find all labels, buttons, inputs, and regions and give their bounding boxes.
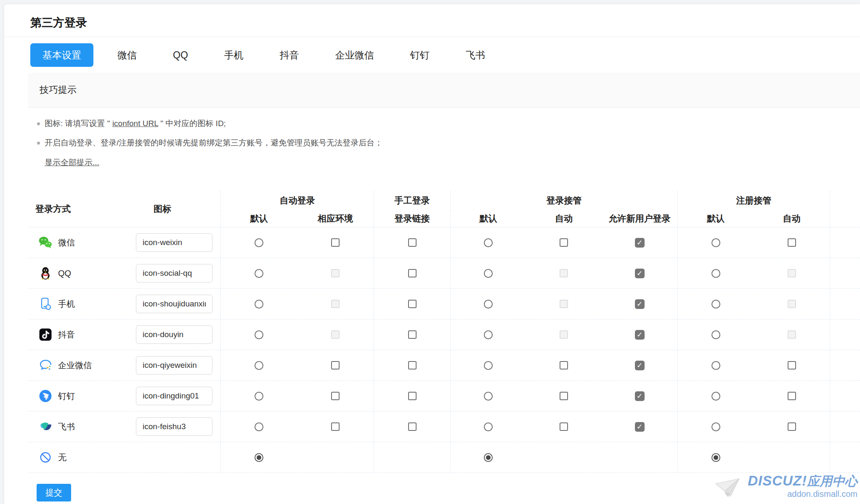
tip-item: 图标: 请填写设置 " iconfont URL " 中对应的图标 ID; [37, 119, 860, 129]
tab-dingtalk[interactable]: 钉钉 [398, 43, 442, 67]
register-takeover-default-radio[interactable] [711, 300, 720, 309]
register-takeover-auto-cell [754, 381, 830, 411]
tip-item: 开启自动登录、登录/注册接管的时候请先提前绑定第三方账号，避免管理员账号无法登录… [37, 138, 860, 148]
table-row-qq: QQ [28, 258, 860, 288]
sub-header-manual-login-link: 登录链接 [374, 210, 450, 227]
iconfont-url-link[interactable]: iconfont URL [112, 119, 158, 128]
tab-qq[interactable]: QQ [161, 43, 200, 67]
login-takeover-default-radio[interactable] [484, 238, 493, 247]
auto-login-env-checkbox [331, 300, 340, 308]
login-takeover-allow-new-cell [602, 381, 677, 411]
sub-header-register-takeover-default: 默认 [677, 210, 754, 227]
tips-panel-title: 技巧提示 [28, 73, 860, 108]
sub-header-login-takeover-allow-new: 允许新用户登录 [602, 210, 677, 227]
register-takeover-default-cell [677, 289, 754, 319]
auto-login-env-cell [297, 258, 374, 288]
auto-login-default-radio[interactable] [255, 392, 263, 401]
icon-id-input-phone[interactable] [136, 295, 212, 313]
login-takeover-default-radio[interactable] [484, 392, 493, 401]
tab-bar: 基本设置微信QQ手机抖音企业微信钉钉飞书 [30, 43, 860, 67]
auto-login-default-radio[interactable] [255, 361, 263, 370]
login-method-label: 企业微信 [58, 360, 92, 371]
manual-login-link-cell [374, 227, 450, 258]
submit-button[interactable]: 提交 [37, 484, 71, 501]
register-takeover-default-radio[interactable] [711, 422, 720, 431]
login-takeover-auto-cell [526, 442, 602, 472]
login-takeover-allow-new-checkbox [635, 238, 645, 248]
auto-login-env-checkbox[interactable] [331, 392, 340, 400]
auto-login-env-cell [297, 412, 374, 442]
manual-login-link-checkbox[interactable] [408, 392, 417, 400]
register-takeover-default-radio[interactable] [711, 361, 720, 370]
login-takeover-default-radio[interactable] [484, 269, 493, 278]
login-takeover-default-radio[interactable] [484, 330, 493, 339]
auto-login-default-radio[interactable] [255, 422, 263, 431]
login-takeover-auto-checkbox[interactable] [560, 392, 568, 400]
truncated-column-cell [830, 227, 860, 258]
icon-id-input-feishu[interactable] [136, 417, 212, 436]
login-takeover-auto-cell [526, 227, 602, 258]
sub-header-login-takeover-auto: 自动 [526, 210, 602, 227]
login-takeover-auto-checkbox [560, 269, 568, 277]
manual-login-link-checkbox[interactable] [408, 422, 417, 431]
login-takeover-allow-new-checkbox [635, 269, 645, 278]
manual-login-link-checkbox[interactable] [408, 330, 417, 339]
login-takeover-auto-checkbox[interactable] [560, 238, 568, 247]
register-takeover-auto-checkbox[interactable] [788, 392, 796, 400]
tab-basic-settings[interactable]: 基本设置 [30, 43, 93, 67]
icon-id-input-wecom[interactable] [136, 356, 212, 375]
register-takeover-auto-checkbox [788, 269, 796, 277]
dingtalk-icon [38, 389, 53, 403]
register-takeover-default-radio[interactable] [711, 392, 720, 401]
manual-login-link-checkbox[interactable] [408, 238, 417, 247]
auto-login-default-radio[interactable] [255, 330, 263, 339]
auto-login-default-radio[interactable] [255, 238, 263, 247]
register-takeover-auto-checkbox[interactable] [788, 422, 796, 431]
register-takeover-default-radio[interactable] [711, 238, 720, 247]
tab-wecom[interactable]: 企业微信 [323, 43, 386, 67]
login-takeover-auto-cell [526, 381, 602, 411]
manual-login-link-checkbox[interactable] [408, 361, 417, 369]
login-method-label: 钉钉 [58, 391, 75, 402]
login-takeover-default-cell [450, 258, 526, 288]
login-takeover-default-radio[interactable] [484, 422, 493, 431]
auto-login-default-radio[interactable] [255, 269, 263, 278]
icon-id-input-qq[interactable] [136, 264, 212, 282]
register-takeover-default-radio[interactable] [711, 330, 720, 339]
tab-douyin[interactable]: 抖音 [268, 43, 311, 67]
auto-login-env-checkbox [331, 269, 340, 277]
register-takeover-auto-checkbox[interactable] [788, 361, 796, 369]
login-takeover-default-radio[interactable] [484, 361, 493, 370]
tab-phone[interactable]: 手机 [212, 43, 256, 67]
tab-wechat[interactable]: 微信 [105, 43, 149, 67]
login-takeover-auto-checkbox[interactable] [560, 422, 568, 431]
login-takeover-auto-checkbox[interactable] [560, 361, 568, 369]
login-takeover-default-cell [450, 381, 526, 411]
login-takeover-allow-new-cell [602, 227, 677, 258]
manual-login-link-checkbox[interactable] [408, 269, 417, 277]
auto-login-env-checkbox[interactable] [331, 361, 340, 369]
auto-login-env-checkbox[interactable] [331, 422, 340, 431]
register-takeover-auto-checkbox[interactable] [788, 238, 796, 247]
manual-login-link-cell [374, 319, 450, 350]
column-header-icon: 图标 [110, 191, 220, 227]
register-takeover-default-radio[interactable] [711, 269, 720, 278]
login-method-label: 无 [58, 452, 66, 463]
show-all-tips-link[interactable]: 显示全部提示... [45, 158, 99, 167]
register-takeover-auto-cell [754, 350, 830, 380]
wecom-icon [38, 358, 53, 372]
login-takeover-default-cell [450, 350, 526, 380]
login-takeover-default-radio[interactable] [484, 300, 493, 309]
login-takeover-allow-new-checkbox [635, 422, 645, 432]
icon-id-input-wechat[interactable] [136, 233, 212, 252]
icon-id-input-dingtalk[interactable] [136, 387, 212, 405]
login-method-cell: 手机 [28, 289, 110, 319]
tab-feishu[interactable]: 飞书 [454, 43, 497, 67]
icon-id-input-douyin[interactable] [136, 325, 212, 344]
table-row-phone: 手机 [28, 288, 860, 319]
auto-login-env-checkbox[interactable] [331, 238, 340, 247]
auto-login-default-radio[interactable] [255, 300, 263, 309]
icon-field-cell [110, 289, 220, 319]
manual-login-link-checkbox[interactable] [408, 300, 417, 308]
auto-login-env-cell [297, 350, 374, 380]
